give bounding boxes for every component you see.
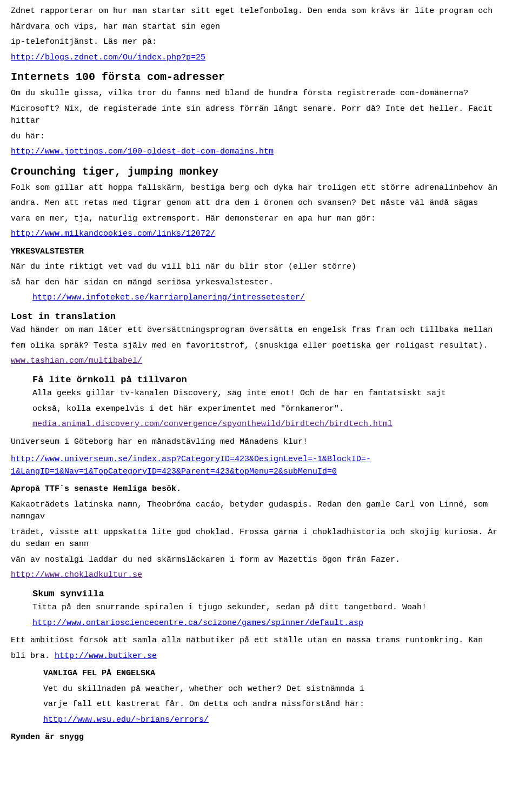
- section5-after: Universeum i Göteborg har en månadstävli…: [11, 436, 508, 449]
- section2: Crounching tiger, jumping monkey Folk so…: [11, 164, 508, 241]
- section4-link[interactable]: www.tashian.com/multibabel/: [11, 356, 142, 365]
- section5-p2: också, kolla exempelvis i det här experi…: [32, 403, 508, 416]
- section7: Apropå TTF´s senaste Hemliga besök. Kaka…: [11, 483, 508, 582]
- section5: Få lite örnkoll på tillvaron Alla geeks …: [11, 373, 508, 431]
- intro-line2: hårdvara och vips, har man startat sin e…: [11, 21, 508, 34]
- page-content: Zdnet rapporterar om hur man startar sit…: [11, 5, 508, 744]
- section10-heading: VANLIGA FEL PÅ ENGELSKA: [43, 668, 508, 680]
- section3-link-para: http://www.infoteket.se/karriarplanering…: [11, 292, 508, 304]
- section7-p2: trädet, visste att uppskatta lite god ch…: [11, 527, 508, 551]
- section7-p3: vän av nostalgi laddar du ned skärmsläck…: [11, 554, 508, 567]
- section2-p1: Folk som gillar att hoppa fallskärm, bes…: [11, 182, 508, 195]
- intro-section: Zdnet rapporterar om hur man startar sit…: [11, 5, 508, 64]
- section2-title: Crounching tiger, jumping monkey: [11, 164, 508, 180]
- section5-link-para: media.animal.discovery.com/convergence/s…: [32, 418, 508, 431]
- section3-p1: När du inte riktigt vet vad du vill bli …: [11, 261, 508, 274]
- section2-p3: vara en mer, tja, naturlig extremsport. …: [11, 213, 508, 225]
- section10-link[interactable]: http://www.wsu.edu/~brians/errors/: [43, 715, 209, 724]
- section8-title: Skum synvilla: [32, 587, 508, 601]
- section7-p1: Kakaoträdets latinska namn, Theobróma ca…: [11, 499, 508, 523]
- section5-text-after: Universeum i Göteborg har en månadstävli…: [11, 436, 508, 449]
- section1-p3: du här:: [11, 131, 508, 143]
- section10: VANLIGA FEL PÅ ENGELSKA Vet du skillnade…: [11, 668, 508, 726]
- section3: YRKESVALSTESTER När du inte riktigt vet …: [11, 246, 508, 304]
- section9-link[interactable]: http://www.butiker.se: [55, 651, 157, 661]
- section6-link-para: http://www.universeum.se/index.asp?Categ…: [11, 454, 508, 478]
- section3-heading: YRKESVALSTESTER: [11, 246, 508, 258]
- section1-link[interactable]: http://www.jottings.com/100-oldest-dot-c…: [11, 147, 274, 156]
- section7-title: Apropå TTF´s senaste Hemliga besök.: [11, 483, 508, 496]
- section1-p2: Microsoft? Nix, de registerade inte sin …: [11, 103, 508, 128]
- section8-link-para: http://www.ontariosciencecentre.ca/scizo…: [32, 617, 508, 630]
- section11-heading: Rymden är snygg: [11, 731, 508, 744]
- section1-link-para: http://www.jottings.com/100-oldest-dot-c…: [11, 146, 508, 158]
- section3-p2: så har den här sidan en mängd seriösa yr…: [11, 277, 508, 289]
- section11: Rymden är snygg: [11, 731, 508, 744]
- section1-p1: Om du skulle gissa, vilka tror du fanns …: [11, 88, 508, 100]
- section9-p1: Ett ambitiöst försök att samla alla nätb…: [11, 635, 508, 647]
- section10-link-para: http://www.wsu.edu/~brians/errors/: [43, 714, 508, 727]
- section1: Internets 100 första com-adresser Om du …: [11, 69, 508, 158]
- section9: Ett ambitiöst försök att samla alla nätb…: [11, 635, 508, 662]
- intro-link[interactable]: http://blogs.zdnet.com/Ou/index.php?p=25: [11, 53, 205, 62]
- intro-link-para: http://blogs.zdnet.com/Ou/index.php?p=25: [11, 52, 508, 64]
- section8-link[interactable]: http://www.ontariosciencecentre.ca/scizo…: [32, 618, 363, 628]
- section2-p2: andra. Men att retas med tigrar genom at…: [11, 197, 508, 210]
- section2-link[interactable]: http://www.milkandcookies.com/links/1207…: [11, 229, 215, 238]
- intro-line3: ip-telefonitjänst. Läs mer på:: [11, 36, 508, 49]
- section9-p2: bli bra. http://www.butiker.se: [11, 650, 508, 663]
- section6-link[interactable]: http://www.universeum.se/index.asp?Categ…: [11, 455, 371, 476]
- section8-p1: Titta på den snurrande spiralen i tjugo …: [32, 602, 508, 614]
- section4-link-para: www.tashian.com/multibabel/: [11, 355, 508, 368]
- section7-link[interactable]: http://www.chokladkultur.se: [11, 570, 142, 580]
- section10-p1: Vet du skillnaden på weather, whether oc…: [43, 683, 508, 696]
- section8: Skum synvilla Titta på den snurrande spi…: [11, 587, 508, 630]
- section7-link-para: http://www.chokladkultur.se: [11, 569, 508, 582]
- section4-title: Lost in translation: [11, 310, 508, 324]
- section4: Lost in translation Vad händer om man lå…: [11, 310, 508, 368]
- section5-link[interactable]: media.animal.discovery.com/convergence/s…: [32, 420, 392, 429]
- section5-title: Få lite örnkoll på tillvaron: [32, 373, 508, 387]
- section1-title: Internets 100 första com-adresser: [11, 69, 508, 85]
- section3-link[interactable]: http://www.infoteket.se/karriarplanering…: [32, 293, 305, 302]
- section2-link-para: http://www.milkandcookies.com/links/1207…: [11, 228, 508, 241]
- intro-line1: Zdnet rapporterar om hur man startar sit…: [11, 5, 508, 18]
- section10-p2: varje fall ett kastrerat får. Om detta o…: [43, 698, 508, 711]
- section6: http://www.universeum.se/index.asp?Categ…: [11, 454, 508, 478]
- section4-p2: fem olika språk? Testa själv med en favo…: [11, 340, 508, 352]
- section4-p1: Vad händer om man låter ett översättning…: [11, 324, 508, 337]
- section5-p1: Alla geeks gillar tv-kanalen Discovery, …: [32, 388, 508, 400]
